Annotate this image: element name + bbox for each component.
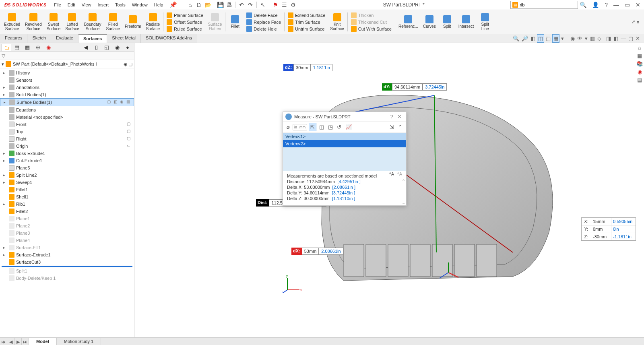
- search-input[interactable]: [520, 2, 576, 7]
- cmd-untrim-surface[interactable]: Untrim Surface: [287, 26, 326, 32]
- cmd-extruded-surface[interactable]: ExtrudedSurface: [2, 11, 23, 33]
- ribbon-tab-features[interactable]: Features: [0, 34, 27, 43]
- cmd-freeform[interactable]: Freeform: [122, 11, 144, 33]
- ribbon-tab-solidworks-add-ins[interactable]: SOLIDWORKS Add-Ins: [141, 34, 197, 43]
- tree-item-origin[interactable]: Origin⌙: [0, 143, 134, 150]
- cmd-delete-hole[interactable]: Delete Hole: [246, 26, 282, 32]
- min-child-icon[interactable]: —: [620, 35, 627, 42]
- cmd-referenc...[interactable]: Referenc...: [396, 11, 421, 33]
- close-icon[interactable]: ✕: [634, 0, 642, 9]
- custom-props-icon[interactable]: ▤: [636, 77, 643, 84]
- cmd-cut-with-surface[interactable]: Cut With Surface: [350, 26, 392, 32]
- user-icon[interactable]: 👤: [590, 0, 601, 9]
- tree-item-plane2[interactable]: Plane2: [0, 222, 134, 229]
- print-icon[interactable]: 🖶: [225, 1, 233, 9]
- tree-filter[interactable]: ▽: [0, 52, 134, 60]
- config-tab-icon[interactable]: ▦: [23, 44, 32, 51]
- search-icon[interactable]: 🔍: [578, 2, 588, 8]
- new-icon[interactable]: 🗋: [195, 1, 203, 9]
- undo-icon[interactable]: ↶: [237, 1, 246, 9]
- redo-icon[interactable]: ↷: [246, 1, 254, 9]
- cmd-offset-surface[interactable]: Offset Surface: [166, 19, 204, 25]
- tree-item-boss-extrude1[interactable]: ▸Boss-Extrude1: [0, 150, 134, 157]
- restore-icon[interactable]: ▭: [623, 0, 632, 9]
- pin-icon[interactable]: 📌: [166, 1, 180, 8]
- tree-item-plane5[interactable]: Plane5: [0, 164, 134, 171]
- save-icon[interactable]: 💾: [216, 1, 224, 9]
- panel-left-icon[interactable]: ◨: [605, 35, 612, 42]
- cmd-filled-surface[interactable]: FilledSurface: [103, 11, 122, 33]
- tree-item-equations[interactable]: Equations: [0, 106, 134, 114]
- tree-item-fillet1[interactable]: Fillet1: [0, 186, 134, 193]
- last-tab-icon[interactable]: ⏭: [22, 338, 29, 345]
- home-pane-icon[interactable]: ⌂: [636, 45, 643, 52]
- cmd-trim-surface[interactable]: Trim Surface: [287, 19, 326, 25]
- tree-item-split-line2[interactable]: ▸Split Line2: [0, 171, 134, 179]
- tree-item-history[interactable]: ▸History: [0, 69, 134, 76]
- apply-scene-icon[interactable]: 👁: [576, 35, 583, 42]
- cmd-radiate-surface[interactable]: RadiateSurface: [144, 11, 162, 33]
- font-size-icon[interactable]: ᴬA: [389, 171, 394, 177]
- cmd-split[interactable]: Split: [438, 11, 456, 33]
- hide-show-icon[interactable]: ▾: [560, 35, 565, 42]
- tree-item-solid-bodies(1)[interactable]: ▸Solid Bodies(1): [0, 91, 134, 98]
- view-settings-icon[interactable]: ▾: [584, 35, 588, 42]
- cmd-replace-face[interactable]: Replace Face: [246, 19, 282, 25]
- prev-tab-icon[interactable]: ◀: [7, 338, 14, 345]
- tree-item-sensors[interactable]: Sensors: [0, 76, 134, 84]
- ribbon-tab-sketch[interactable]: Sketch: [27, 34, 51, 43]
- tree-root[interactable]: ▾ SW Part (Default<<Default>_PhotoWorks …: [0, 60, 134, 68]
- next-tab-icon[interactable]: ▶: [14, 338, 22, 345]
- ribbon-tab-surfaces[interactable]: Surfaces: [78, 34, 107, 43]
- feature-tree-tab-icon[interactable]: 🗀: [2, 44, 11, 51]
- tree-item-body-delete/keep-1[interactable]: Body-Delete/Keep 1: [0, 275, 134, 282]
- measure-proj-icon[interactable]: ◫: [318, 123, 325, 131]
- select-icon[interactable]: ↖: [259, 1, 267, 9]
- tree-item-right[interactable]: Right▢: [0, 135, 134, 143]
- ribbon-menu-icon[interactable]: ≡: [637, 20, 639, 25]
- design-lib-icon[interactable]: 📚: [636, 61, 643, 68]
- cmd-fillet[interactable]: Fillet: [226, 11, 244, 33]
- tree-item-plane3[interactable]: Plane3: [0, 229, 134, 237]
- display-style-icon[interactable]: ▦: [552, 34, 559, 43]
- tree-item-annotations[interactable]: ▸Annotations: [0, 84, 134, 91]
- menu-window[interactable]: Window: [129, 1, 151, 9]
- search-type-icon[interactable]: ▤: [512, 2, 518, 8]
- tree-item-front[interactable]: Front▢: [0, 121, 134, 128]
- tree-item-sweep1[interactable]: ▸Sweep1: [0, 179, 134, 186]
- ribbon-tab-evaluate[interactable]: Evaluate: [51, 34, 78, 43]
- section-view-icon[interactable]: ◫: [537, 34, 544, 43]
- view-orient-icon[interactable]: ⬚: [545, 35, 551, 42]
- options-icon[interactable]: ☰: [280, 1, 288, 9]
- tree-item-surface-fill1[interactable]: ▸Surface-Fill1: [0, 244, 134, 251]
- nav-back-icon[interactable]: ◀: [81, 44, 91, 51]
- appearances-icon[interactable]: ◉: [636, 69, 643, 76]
- tree-item-fillet2[interactable]: Fillet2: [0, 208, 134, 215]
- cmd-intersect[interactable]: Intersect: [456, 11, 476, 33]
- split-icon[interactable]: ▯: [91, 44, 101, 51]
- measure-close-icon[interactable]: ✕: [395, 114, 404, 120]
- tree-item-shell1[interactable]: Shell1: [0, 193, 134, 200]
- cmd-planar-surface[interactable]: Planar Surface: [166, 12, 204, 19]
- tree-item-surfacecut3[interactable]: SurfaceCut3: [0, 258, 134, 266]
- zoom-area-icon[interactable]: 🔎: [521, 35, 529, 42]
- menu-help[interactable]: Help: [151, 1, 167, 9]
- help-icon[interactable]: ?: [603, 0, 610, 9]
- measure-arc-icon[interactable]: ⌀: [285, 123, 291, 131]
- tree-item-plane4[interactable]: Plane4: [0, 237, 134, 244]
- tree-item-top[interactable]: Top▢: [0, 128, 134, 135]
- render-icon[interactable]: ◇: [597, 35, 602, 42]
- tree-item-surface-extrude1[interactable]: ▸Surface-Extrude1: [0, 251, 134, 258]
- tree-item-rib1[interactable]: ▸Rib1: [0, 200, 134, 208]
- settings-icon[interactable]: ⚙: [289, 1, 297, 9]
- measure-sens-icon[interactable]: 📈: [344, 123, 353, 131]
- edit-appearance-icon[interactable]: ◉: [570, 35, 576, 42]
- menu-view[interactable]: View: [78, 1, 95, 9]
- property-tab-icon[interactable]: ▤: [12, 44, 22, 51]
- menu-file[interactable]: File: [51, 1, 64, 9]
- menu-edit[interactable]: Edit: [64, 1, 78, 9]
- measure-titlebar[interactable]: Measure - SW Part.SLDPRT ? ✕: [283, 112, 406, 122]
- cmd-delete-face[interactable]: Delete Face: [246, 12, 282, 19]
- open-icon[interactable]: 📂: [204, 1, 212, 9]
- tab-motion-study[interactable]: Motion Study 1: [57, 338, 101, 345]
